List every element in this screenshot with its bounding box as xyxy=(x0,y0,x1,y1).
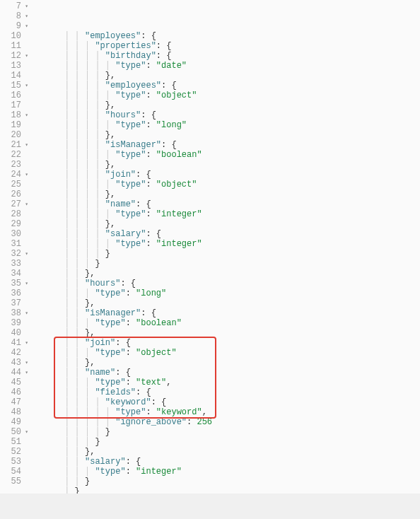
token-punc: }, xyxy=(105,130,115,140)
code-editor[interactable]: 7▾8▾9▾101112▾131415▾161718▾192021▾222324… xyxy=(0,0,420,519)
code-line[interactable]: │ │ │ } xyxy=(34,259,420,269)
code-line[interactable]: │ │ "isManager": { xyxy=(34,308,420,318)
token-punc: : { xyxy=(136,387,151,397)
token-line: │ │ │ │ xyxy=(34,140,105,150)
code-line[interactable]: │ │ │ │ │ "type": "date" xyxy=(34,61,420,71)
code-line[interactable]: │ │ │ │ }, xyxy=(34,160,420,170)
token-key: "join" xyxy=(105,170,136,180)
line-number: 54 xyxy=(1,467,28,477)
code-line[interactable]: │ │ }, xyxy=(34,298,420,308)
code-line[interactable]: │ │ │ "type": "boolean" xyxy=(34,318,420,328)
code-line[interactable]: │ │ │ │ "join": { xyxy=(34,170,420,180)
code-line[interactable]: │ │ │ │ } xyxy=(34,249,420,259)
code-line[interactable]: │ │ │ │ │ "type": "integer" xyxy=(34,209,420,219)
fold-toggle-icon[interactable]: ▾ xyxy=(23,427,28,437)
code-line[interactable]: │ │ │ "type": "long" xyxy=(34,288,420,298)
line-number: 53 xyxy=(1,457,28,467)
fold-toggle-icon[interactable]: ▾ xyxy=(23,110,28,120)
code-line[interactable]: │ │ │ │ │ "ignore_above": 256 xyxy=(34,417,420,427)
code-line[interactable]: │ │ }, xyxy=(34,328,420,338)
code-line[interactable]: │ │ │ "fields": { xyxy=(34,387,420,397)
token-punc: } xyxy=(95,259,100,269)
token-punc: : xyxy=(146,180,156,189)
code-line[interactable]: │ │ │ │ "birthday": { xyxy=(34,51,420,61)
code-line[interactable]: │ │ }, xyxy=(34,269,420,279)
code-line[interactable]: │ │ │ │ }, xyxy=(34,100,420,110)
code-line[interactable]: │ │ │ "properties": { xyxy=(34,41,420,51)
fold-toggle-icon[interactable]: ▾ xyxy=(23,279,28,288)
fold-toggle-icon[interactable]: ▾ xyxy=(23,170,28,180)
code-line[interactable]: │ │ │ │ }, xyxy=(34,189,420,199)
fold-toggle-icon[interactable]: ▾ xyxy=(23,51,28,61)
code-line[interactable]: │ │ }, xyxy=(34,447,420,457)
code-line[interactable]: │ │ │ │ │ "type": "object" xyxy=(34,91,420,100)
token-str: "text" xyxy=(136,378,166,387)
token-line: │ │ xyxy=(34,328,85,338)
token-key: "type" xyxy=(115,91,146,100)
code-line[interactable]: │ │ │ │ │ "type": "boolean" xyxy=(34,150,420,160)
token-line: │ │ │ xyxy=(34,348,95,358)
code-line[interactable]: │ │ │ │ }, xyxy=(34,130,420,140)
code-line[interactable]: │ │ │ │ │ "type": "keyword", xyxy=(34,407,420,417)
code-line[interactable]: │ │ "name": { xyxy=(34,368,420,378)
token-punc: }, xyxy=(85,328,95,338)
line-number: 21▾ xyxy=(1,140,28,150)
code-line[interactable]: │ │ "salary": { xyxy=(34,457,420,467)
fold-toggle-icon[interactable]: ▾ xyxy=(23,140,28,150)
token-line: │ │ │ xyxy=(34,259,95,269)
code-line[interactable]: │ │ }, xyxy=(34,358,420,368)
line-number: 48 xyxy=(1,407,28,417)
token-punc: : xyxy=(146,120,156,130)
code-line[interactable]: │ │ │ │ "name": { xyxy=(34,199,420,209)
code-line[interactable]: │ │ "join": { xyxy=(34,338,420,348)
code-line[interactable]: │ │ "hours": { xyxy=(34,279,420,288)
code-line[interactable]: │ │ │ │ "employees": { xyxy=(34,81,420,91)
line-number: 37 xyxy=(1,298,28,308)
fold-toggle-icon[interactable]: ▾ xyxy=(23,11,28,21)
code-line[interactable]: │ │ │ │ }, xyxy=(34,71,420,81)
code-line[interactable]: │ │ } xyxy=(34,477,420,486)
token-punc: : xyxy=(146,209,156,219)
code-line[interactable]: │ │ │ │ │ "type": "long" xyxy=(34,120,420,130)
fold-toggle-icon[interactable]: ▾ xyxy=(23,338,28,348)
fold-toggle-icon[interactable]: ▾ xyxy=(23,21,28,31)
code-line[interactable]: │ │ │ │ "salary": { xyxy=(34,229,420,239)
fold-toggle-icon[interactable]: ▾ xyxy=(23,308,28,318)
code-line[interactable]: │ │ │ │ } xyxy=(34,427,420,437)
line-number: 51 xyxy=(1,437,28,447)
code-area[interactable]: │ │ "employees": { │ │ │ "properties": {… xyxy=(31,0,420,519)
token-line: │ │ xyxy=(34,457,85,467)
fold-toggle-icon[interactable]: ▾ xyxy=(23,249,28,259)
code-line[interactable]: │ │ │ "type": "text", xyxy=(34,378,420,387)
code-line[interactable]: │ │ │ │ }, xyxy=(34,219,420,229)
code-line[interactable]: │ │ "employees": { xyxy=(34,31,420,41)
token-line: │ │ │ │ xyxy=(34,229,105,239)
token-punc: }, xyxy=(105,219,115,229)
code-line[interactable]: │ │ │ "type": "integer" xyxy=(34,467,420,477)
fold-toggle-icon[interactable]: ▾ xyxy=(23,358,28,368)
code-line[interactable]: │ │ │ │ "keyword": { xyxy=(34,397,420,407)
fold-toggle-icon[interactable]: ▾ xyxy=(23,368,28,378)
fold-toggle-icon[interactable]: ▾ xyxy=(23,199,28,209)
code-line[interactable]: │ │ │ │ "hours": { xyxy=(34,110,420,120)
token-punc: : xyxy=(126,288,136,298)
token-punc: } xyxy=(95,437,100,447)
token-punc: , xyxy=(202,407,207,417)
token-key: "type" xyxy=(95,467,125,477)
token-line: │ │ │ │ │ xyxy=(34,209,115,219)
code-line[interactable]: │ │ │ } xyxy=(34,437,420,447)
token-key: "type" xyxy=(95,318,125,328)
token-line: │ │ │ xyxy=(34,41,95,51)
code-line[interactable]: │ │ │ │ │ "type": "integer" xyxy=(34,239,420,249)
line-number: 10 xyxy=(1,31,28,41)
fold-toggle-icon[interactable]: ▾ xyxy=(23,1,28,11)
line-number: 25 xyxy=(1,180,28,189)
fold-toggle-icon[interactable]: ▾ xyxy=(23,81,28,91)
line-number: 7▾ xyxy=(1,1,28,11)
code-line[interactable]: │ │ │ "type": "object" xyxy=(34,348,420,358)
line-number: 26 xyxy=(1,189,28,199)
code-line[interactable]: │ │ │ │ │ "type": "object" xyxy=(34,180,420,189)
code-line[interactable]: │ │ │ │ "isManager": { xyxy=(34,140,420,150)
line-number: 18▾ xyxy=(1,110,28,120)
token-punc: : { xyxy=(161,81,177,91)
